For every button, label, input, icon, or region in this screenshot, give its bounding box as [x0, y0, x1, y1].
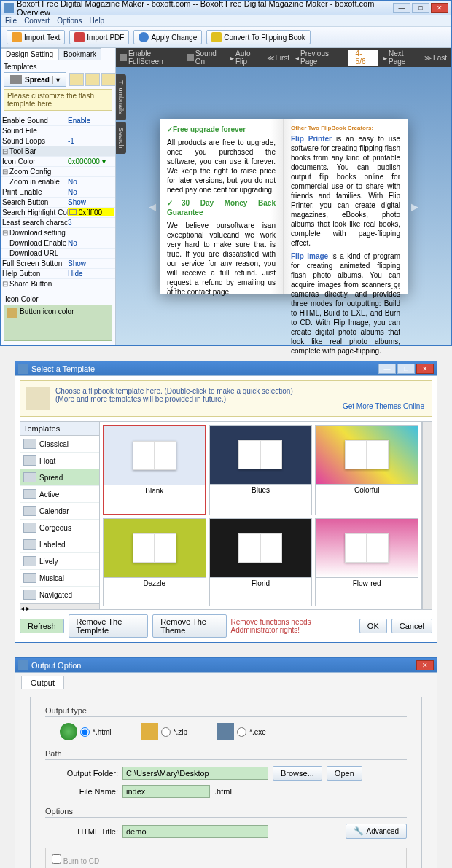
tab-bookmark[interactable]: Bookmark [58, 48, 101, 60]
advanced-button[interactable]: 🔧 Advanced [346, 824, 407, 839]
template-thumb[interactable]: Colorful [315, 425, 418, 515]
vertical-scrollbar[interactable] [422, 421, 432, 610]
close-button[interactable]: ✕ [431, 3, 448, 13]
horizontal-scrollbar[interactable]: ◂ ▸ [20, 603, 99, 609]
minimize-button[interactable]: — [378, 364, 396, 374]
property-row[interactable]: Download URL [1, 249, 115, 259]
property-row[interactable]: Sound Loops-1 [1, 136, 115, 146]
filename-input[interactable] [122, 785, 210, 798]
first-button[interactable]: ≪First [267, 54, 289, 62]
property-row[interactable]: Enable SoundEnable [1, 116, 115, 126]
burn-cd-checkbox[interactable] [52, 854, 61, 864]
zip-radio[interactable] [161, 727, 171, 737]
template-thumb[interactable]: Dazzle [103, 518, 206, 607]
property-row[interactable]: Sound File [1, 126, 115, 136]
template-thumb[interactable]: Blank [103, 425, 206, 515]
property-row[interactable]: Full Screen ButtonShow [1, 259, 115, 269]
sound-button[interactable]: Sound On [187, 50, 225, 66]
property-row[interactable]: Download EnableNo [1, 238, 115, 249]
more-themes-link[interactable]: Get More Themes Online [343, 402, 424, 410]
ok-button[interactable]: OK [359, 619, 387, 633]
type-exe[interactable]: *.exe [217, 723, 266, 740]
path-label: Path [45, 749, 407, 758]
close-button[interactable]: ✕ [416, 660, 434, 670]
property-list: Enable SoundEnableSound FileSound Loops-… [1, 116, 115, 289]
thumbnails-tab[interactable]: Thumbnails [116, 74, 126, 120]
category-item[interactable]: Active [20, 486, 99, 503]
filename-label: File Name: [60, 787, 118, 796]
convert-button[interactable]: Convert To Flipping Book [206, 30, 311, 44]
menu-options[interactable]: Options [57, 17, 82, 25]
cancel-button[interactable]: Cancel [391, 619, 432, 633]
html-radio[interactable] [80, 727, 90, 737]
type-zip[interactable]: *.zip [141, 723, 187, 740]
property-row[interactable]: Search Highlight Color 0xffff00 [1, 208, 115, 218]
app-icon [4, 3, 14, 13]
category-item[interactable]: Float [20, 453, 99, 469]
template-action-2[interactable] [85, 73, 100, 86]
category-item[interactable]: Spread [20, 469, 99, 486]
sound-icon [187, 54, 194, 61]
toolbar-header[interactable]: Tool Bar [1, 146, 115, 157]
titlebar[interactable]: Output Option ✕ [15, 658, 437, 673]
next-page-arrow[interactable]: ▸ [408, 192, 422, 221]
menu-convert[interactable]: Convert [24, 17, 50, 25]
prev-button[interactable]: ◂Previous Page [295, 50, 343, 66]
property-row[interactable]: Least search characters3 [1, 218, 115, 228]
property-row[interactable]: Help ButtonHide [1, 269, 115, 279]
category-item[interactable]: Labeled [20, 536, 99, 553]
apply-change-button[interactable]: Apply Change [133, 30, 202, 44]
property-row[interactable]: Download setting [1, 228, 115, 238]
category-item[interactable]: Classical [20, 436, 99, 453]
template-dropdown[interactable]: Spread ▾ [4, 72, 66, 87]
maximize-button[interactable]: □ [397, 364, 415, 374]
next-button[interactable]: ▸Next Page [383, 50, 418, 66]
output-tab[interactable]: Output [21, 676, 64, 689]
import-pdf-button[interactable]: Import PDF [69, 30, 129, 44]
template-thumb[interactable]: Blues [209, 425, 313, 515]
open-button[interactable]: Open [327, 766, 362, 781]
template-thumb[interactable]: Florid [209, 518, 313, 607]
category-item[interactable]: Musical [20, 570, 99, 587]
prev-page-arrow[interactable]: ◂ [145, 192, 160, 221]
exe-radio[interactable] [237, 727, 246, 737]
type-html[interactable]: *.html [60, 723, 112, 740]
template-thumb[interactable]: Flow-red [315, 518, 418, 607]
titlebar[interactable]: Select a Template — □ ✕ [15, 361, 437, 376]
menu-help[interactable]: Help [90, 17, 105, 25]
search-tab[interactable]: Search [116, 122, 126, 155]
template-action-1[interactable] [69, 73, 84, 86]
fullscreen-button[interactable]: Enable FullScreen [120, 50, 182, 66]
import-text-button[interactable]: Import Text [7, 30, 65, 44]
refresh-button[interactable]: Refresh [20, 619, 64, 633]
titlebar[interactable]: Boxoft Free Digital Magazine Maker - box… [1, 1, 451, 15]
close-button[interactable]: ✕ [416, 364, 434, 374]
menu-file[interactable]: File [5, 17, 17, 25]
autoflip-button[interactable]: ▸Auto Flip [230, 50, 261, 66]
property-row[interactable]: Icon Color0x000000 ▾ [1, 157, 115, 167]
property-row[interactable]: Search ButtonShow [1, 198, 115, 208]
remove-theme-button[interactable]: Remove The Theme [152, 614, 226, 638]
template-grid: BlankBluesColorfulDazzleFloridFlow-red [100, 421, 422, 610]
property-row[interactable]: Print EnableNo [1, 187, 115, 198]
template-icon [10, 75, 22, 84]
html-title-input[interactable] [122, 825, 268, 838]
category-item[interactable]: Navigated [20, 587, 99, 603]
template-action-3[interactable] [101, 73, 116, 86]
viewer-toolbar: Enable FullScreen Sound On ▸Auto Flip ≪F… [116, 48, 451, 67]
property-row[interactable]: Zoom Config [1, 167, 115, 177]
page-indicator[interactable]: 4-5/6 [348, 50, 378, 66]
output-folder-input[interactable] [122, 767, 268, 780]
category-item[interactable]: Calendar [20, 503, 99, 520]
category-item[interactable]: Lively [20, 553, 99, 570]
tab-design[interactable]: Design Setting [1, 48, 58, 60]
browse-button[interactable]: Browse... [273, 766, 322, 781]
property-row[interactable]: Zoom in enableNo [1, 177, 115, 187]
category-item[interactable]: Gorgeous [20, 520, 99, 536]
minimize-button[interactable]: — [393, 3, 410, 13]
remove-template-button[interactable]: Remove The Template [69, 614, 149, 638]
last-button[interactable]: ≫Last [424, 54, 447, 62]
maximize-button[interactable]: □ [412, 3, 429, 13]
property-row[interactable]: Share Button [1, 279, 115, 289]
app-icon [18, 660, 28, 670]
